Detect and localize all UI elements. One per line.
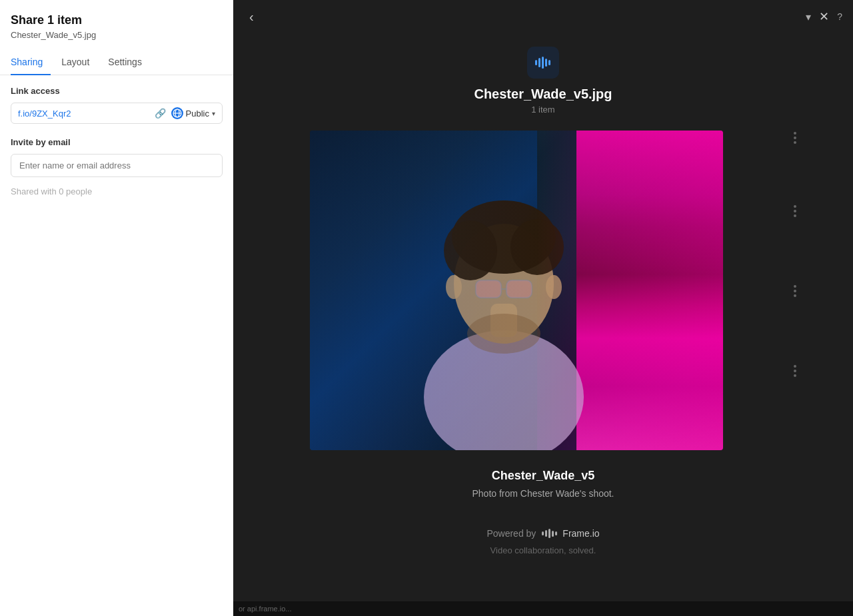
back-button[interactable]: ‹ bbox=[244, 7, 259, 27]
globe-icon-wrapper: Public ▾ bbox=[171, 107, 215, 119]
link-url[interactable]: f.io/9ZX_Kqr2 bbox=[18, 109, 149, 119]
globe-icon bbox=[171, 107, 183, 119]
frameio-brand-name: Frame.io bbox=[562, 528, 599, 539]
panel-tabs: Sharing Layout Settings bbox=[0, 45, 233, 75]
tab-layout[interactable]: Layout bbox=[61, 51, 97, 75]
tab-sharing[interactable]: Sharing bbox=[11, 51, 51, 75]
tagline: Video collaboration, solved. bbox=[486, 545, 599, 555]
powered-label: Powered by bbox=[486, 528, 536, 539]
image-title: Chester_Wade_v5 bbox=[492, 469, 594, 483]
file-count: 1 item bbox=[531, 105, 554, 115]
close-button[interactable]: ✕ bbox=[819, 9, 829, 24]
more-options-icon[interactable] bbox=[794, 132, 796, 144]
share-panel: Share 1 item Chester_Wade_v5.jpg Sharing… bbox=[0, 0, 233, 616]
top-right-controls: ▾ ✕ ? bbox=[806, 9, 842, 24]
frameio-logo-icon bbox=[541, 525, 557, 541]
more-options-icon-4[interactable] bbox=[794, 365, 796, 377]
preview-panel: ‹ ▾ ✕ ? Chester_Wade_v5.jpg 1 item bbox=[233, 0, 853, 616]
invite-email-input[interactable] bbox=[11, 154, 223, 177]
tab-settings[interactable]: Settings bbox=[108, 51, 150, 75]
panel-body: Link access f.io/9ZX_Kqr2 🔗 Public ▾ Inv… bbox=[0, 75, 233, 616]
link-access-row: f.io/9ZX_Kqr2 🔗 Public ▾ bbox=[11, 103, 223, 124]
image-container bbox=[310, 131, 723, 450]
dropdown-chevron-icon: ▾ bbox=[212, 110, 215, 117]
app-logo bbox=[527, 47, 559, 79]
panel-filename: Chester_Wade_v5.jpg bbox=[11, 30, 223, 40]
help-button[interactable]: ? bbox=[837, 11, 842, 22]
link-access-label: Link access bbox=[11, 86, 223, 96]
file-header: Chester_Wade_v5.jpg 1 item bbox=[474, 33, 612, 125]
waveform-icon bbox=[535, 55, 550, 70]
dropdown-icon[interactable]: ▾ bbox=[806, 11, 811, 23]
main-content: Chester_Wade_v5.jpg 1 item bbox=[233, 0, 853, 616]
invite-label: Invite by email bbox=[11, 137, 223, 147]
panel-header: Share 1 item Chester_Wade_v5.jpg bbox=[0, 0, 233, 45]
status-bar: or api.frame.io... bbox=[233, 601, 853, 616]
top-bar: ‹ ▾ ✕ ? bbox=[233, 0, 853, 33]
shared-info: Shared with 0 people bbox=[11, 186, 223, 196]
photo-preview bbox=[310, 131, 723, 450]
status-text: or api.frame.io... bbox=[239, 605, 291, 613]
powered-by-section: Powered by Frame.io Video collaboration,… bbox=[486, 499, 599, 555]
link-copy-icon[interactable]: 🔗 bbox=[155, 108, 166, 119]
visibility-select[interactable]: Public ▾ bbox=[186, 109, 215, 119]
panel-title: Share 1 item bbox=[11, 13, 223, 27]
image-description: Photo from Chester Wade's shoot. bbox=[472, 488, 614, 499]
file-title: Chester_Wade_v5.jpg bbox=[474, 87, 612, 102]
more-options-icon-2[interactable] bbox=[794, 205, 796, 217]
more-options-icon-3[interactable] bbox=[794, 285, 796, 297]
powered-by: Powered by Frame.io bbox=[486, 525, 599, 541]
